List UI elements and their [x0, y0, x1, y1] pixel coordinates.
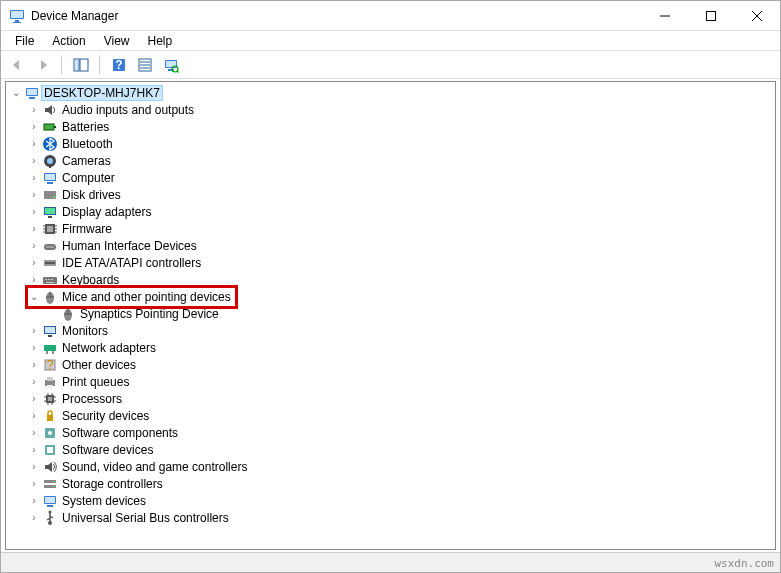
- toolbar-divider: [99, 55, 101, 75]
- monitors-icon: [42, 323, 58, 339]
- expander-icon[interactable]: ›: [28, 512, 40, 523]
- expander-icon[interactable]: ›: [28, 274, 40, 285]
- menu-file[interactable]: File: [7, 32, 42, 50]
- tree-item-firmware[interactable]: ›Firmware: [10, 220, 775, 237]
- svg-rect-83: [47, 415, 53, 421]
- maximize-button[interactable]: [688, 1, 734, 31]
- properties-button[interactable]: [133, 53, 157, 77]
- expander-icon[interactable]: ›: [28, 461, 40, 472]
- expander-icon[interactable]: ›: [28, 393, 40, 404]
- expander-icon[interactable]: ›: [28, 376, 40, 387]
- tree-item-audio[interactable]: ›Audio inputs and outputs: [10, 101, 775, 118]
- expander-icon[interactable]: ›: [28, 206, 40, 217]
- tree-item-batteries[interactable]: ›Batteries: [10, 118, 775, 135]
- watermark: wsxdn.com: [714, 557, 774, 570]
- tree-item-computer[interactable]: ›Computer: [10, 169, 775, 186]
- storage-icon: [42, 476, 58, 492]
- scan-hardware-button[interactable]: [159, 53, 183, 77]
- expander-icon[interactable]: ›: [28, 495, 40, 506]
- svg-point-91: [53, 485, 54, 486]
- svg-text:?: ?: [47, 358, 54, 372]
- svg-rect-52: [45, 279, 47, 280]
- tree-item-root[interactable]: ⌄DESKTOP-MHJ7HK7: [10, 84, 775, 101]
- expander-icon[interactable]: ›: [28, 359, 40, 370]
- svg-rect-30: [49, 166, 51, 168]
- tree-item-label: Display adapters: [60, 205, 153, 219]
- printq-icon: [42, 374, 58, 390]
- svg-rect-2: [15, 20, 19, 22]
- softdev-icon: [42, 442, 58, 458]
- svg-point-35: [53, 196, 55, 198]
- tree-item-bluetooth[interactable]: ›Bluetooth: [10, 135, 775, 152]
- tree-item-diskdrives[interactable]: ›Disk drives: [10, 186, 775, 203]
- device-tree[interactable]: ⌄DESKTOP-MHJ7HK7›Audio inputs and output…: [6, 82, 775, 549]
- svg-rect-38: [48, 216, 52, 218]
- expander-icon[interactable]: ⌄: [28, 291, 40, 302]
- back-button[interactable]: [5, 53, 29, 77]
- expander-icon[interactable]: ›: [28, 121, 40, 132]
- tree-item-label: Computer: [60, 171, 117, 185]
- expander-icon[interactable]: ›: [28, 410, 40, 421]
- tree-item-label: Security devices: [60, 409, 151, 423]
- diskdrives-icon: [42, 187, 58, 203]
- minimize-button[interactable]: [642, 1, 688, 31]
- tree-item-storage[interactable]: ›Storage controllers: [10, 475, 775, 492]
- tree-item-usb[interactable]: ›Universal Serial Bus controllers: [10, 509, 775, 526]
- svg-rect-64: [48, 335, 52, 337]
- forward-button[interactable]: [31, 53, 55, 77]
- expander-icon[interactable]: ›: [28, 257, 40, 268]
- tree-item-ide[interactable]: ›IDE ATA/ATAPI controllers: [10, 254, 775, 271]
- tree-item-processors[interactable]: ›Processors: [10, 390, 775, 407]
- svg-rect-3: [13, 22, 21, 23]
- tree-item-mice[interactable]: ⌄Mice and other pointing devices: [10, 288, 775, 305]
- menu-action[interactable]: Action: [44, 32, 93, 50]
- expander-icon[interactable]: ›: [28, 223, 40, 234]
- expander-icon[interactable]: ⌄: [10, 87, 22, 98]
- svg-rect-74: [48, 397, 52, 401]
- show-hide-console-button[interactable]: [69, 53, 93, 77]
- expander-icon[interactable]: ›: [28, 189, 40, 200]
- svg-rect-87: [47, 447, 53, 453]
- menu-view[interactable]: View: [96, 32, 138, 50]
- expander-icon[interactable]: ›: [28, 155, 40, 166]
- svg-rect-94: [47, 505, 53, 507]
- expander-icon[interactable]: ›: [28, 172, 40, 183]
- expander-icon[interactable]: ›: [28, 342, 40, 353]
- other-icon: ?: [42, 357, 58, 373]
- expander-icon[interactable]: ›: [28, 444, 40, 455]
- svg-rect-54: [51, 279, 53, 280]
- display-icon: [42, 204, 58, 220]
- expander-icon[interactable]: ›: [28, 427, 40, 438]
- tree-item-label: Disk drives: [60, 188, 123, 202]
- tree-item-security[interactable]: ›Security devices: [10, 407, 775, 424]
- tree-item-softcomp[interactable]: ›Software components: [10, 424, 775, 441]
- tree-item-system[interactable]: ›System devices: [10, 492, 775, 509]
- expander-icon[interactable]: ›: [28, 138, 40, 149]
- tree-item-hid[interactable]: ›Human Interface Devices: [10, 237, 775, 254]
- tree-item-synaptics[interactable]: Synaptics Pointing Device: [10, 305, 775, 322]
- expander-icon[interactable]: ›: [28, 325, 40, 336]
- svg-text:?: ?: [115, 58, 122, 72]
- tree-item-cameras[interactable]: ›Cameras: [10, 152, 775, 169]
- tree-item-sound[interactable]: ›Sound, video and game controllers: [10, 458, 775, 475]
- svg-rect-37: [45, 208, 55, 214]
- tree-item-softdev[interactable]: ›Software devices: [10, 441, 775, 458]
- tree-item-label: Print queues: [60, 375, 131, 389]
- tree-item-other[interactable]: ›?Other devices: [10, 356, 775, 373]
- help-button[interactable]: ?: [107, 53, 131, 77]
- expander-icon[interactable]: ›: [28, 478, 40, 489]
- expander-icon[interactable]: ›: [28, 240, 40, 251]
- tree-item-monitors[interactable]: ›Monitors: [10, 322, 775, 339]
- close-button[interactable]: [734, 1, 780, 31]
- ide-icon: [42, 255, 58, 271]
- svg-rect-25: [44, 124, 54, 130]
- status-bar: [1, 552, 780, 572]
- app-icon: [9, 8, 25, 24]
- tree-item-printq[interactable]: ›Print queues: [10, 373, 775, 390]
- expander-icon[interactable]: ›: [28, 104, 40, 115]
- tree-item-network[interactable]: ›Network adapters: [10, 339, 775, 356]
- svg-rect-23: [27, 89, 37, 95]
- svg-rect-9: [80, 59, 88, 71]
- menu-help[interactable]: Help: [140, 32, 181, 50]
- tree-item-display[interactable]: ›Display adapters: [10, 203, 775, 220]
